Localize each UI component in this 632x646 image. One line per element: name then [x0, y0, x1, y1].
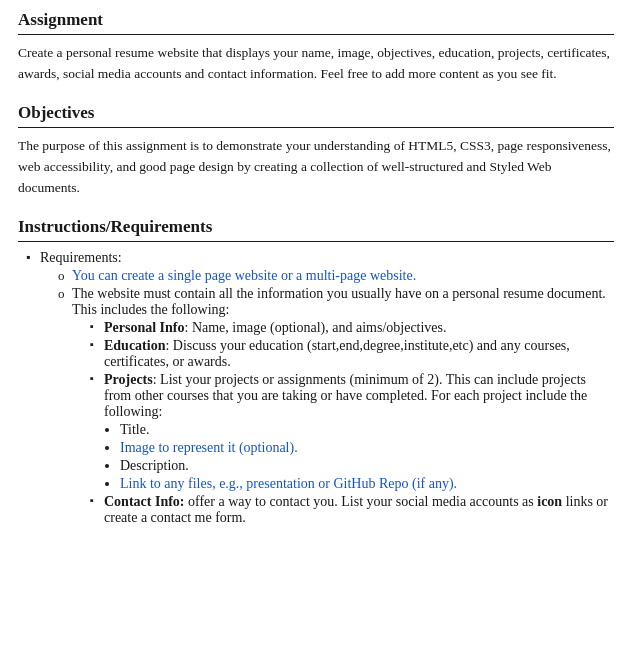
- assignment-body: Create a personal resume website that di…: [18, 43, 614, 85]
- circle-item-2: The website must contain all the informa…: [72, 286, 606, 317]
- main-requirements-list: Requirements: You can create a single pa…: [18, 250, 614, 526]
- bullet-description: Description.: [120, 458, 189, 473]
- list-item: Link to any files, e.g., presentation or…: [120, 476, 614, 492]
- objectives-title: Objectives: [18, 103, 614, 128]
- assignment-section: Assignment Create a personal resume webs…: [18, 10, 614, 85]
- instructions-title: Instructions/Requirements: [18, 217, 614, 242]
- requirements-label: Requirements:: [40, 250, 122, 265]
- projects-label: Projects: List your projects or assignme…: [104, 372, 587, 419]
- education-label: Education: Discuss your education (start…: [104, 338, 570, 369]
- list-item: Title.: [120, 422, 614, 438]
- personal-info-label: Personal Info: Name, image (optional), a…: [104, 320, 447, 335]
- list-item: Education: Discuss your education (start…: [90, 338, 614, 370]
- list-item: You can create a single page website or …: [58, 268, 614, 284]
- list-item: Projects: List your projects or assignme…: [90, 372, 614, 492]
- bullet-list: Title. Image to represent it (optional).…: [104, 422, 614, 492]
- bullet-title: Title.: [120, 422, 149, 437]
- square-list: Personal Info: Name, image (optional), a…: [72, 320, 614, 526]
- list-item: Description.: [120, 458, 614, 474]
- objectives-section: Objectives The purpose of this assignmen…: [18, 103, 614, 199]
- objectives-body: The purpose of this assignment is to dem…: [18, 136, 614, 199]
- list-item: Image to represent it (optional).: [120, 440, 614, 456]
- list-item: Requirements: You can create a single pa…: [28, 250, 614, 526]
- contact-info-label: Contact Info: offer a way to contact you…: [104, 494, 608, 525]
- circle-list: You can create a single page website or …: [40, 268, 614, 526]
- circle-item-1: You can create a single page website or …: [72, 268, 416, 283]
- list-item: Contact Info: offer a way to contact you…: [90, 494, 614, 526]
- instructions-section: Instructions/Requirements Requirements: …: [18, 217, 614, 526]
- assignment-title: Assignment: [18, 10, 614, 35]
- bullet-image: Image to represent it (optional).: [120, 440, 298, 455]
- bullet-link: Link to any files, e.g., presentation or…: [120, 476, 457, 491]
- list-item: The website must contain all the informa…: [58, 286, 614, 526]
- list-item: Personal Info: Name, image (optional), a…: [90, 320, 614, 336]
